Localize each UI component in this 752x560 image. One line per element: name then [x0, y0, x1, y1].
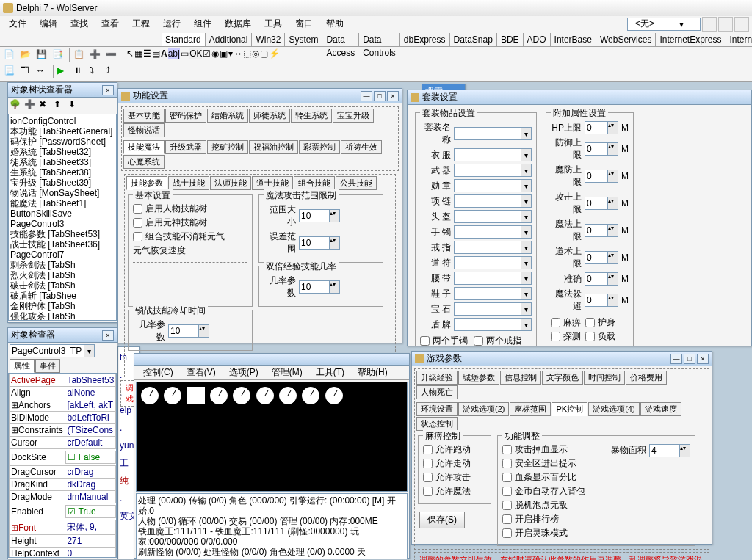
layout-combo[interactable]: <无>▾ — [627, 18, 701, 31]
tb-new[interactable]: 📄 — [3, 48, 18, 63]
timer-icon[interactable] — [141, 387, 159, 404]
suit-combo[interactable]: ▾ — [454, 287, 532, 300]
suit-combo[interactable]: ▾ — [454, 272, 532, 285]
tab[interactable]: 价格费用 — [626, 371, 667, 385]
game-close-icon[interactable]: × — [697, 354, 709, 364]
tree-node[interactable]: 能魔法 [TabSheet1] — [10, 198, 115, 208]
prop-row[interactable]: Enabled☑ True — [10, 503, 116, 520]
tab-datasnap[interactable]: DataSnap — [450, 33, 497, 46]
func-min-icon[interactable]: — — [361, 91, 372, 101]
menu-tools[interactable]: 工具 — [258, 16, 288, 32]
menu-help[interactable]: 帮助 — [320, 16, 350, 32]
menu-file[interactable]: 文件 — [3, 16, 32, 32]
tab[interactable]: 公共技能 — [336, 176, 377, 190]
suit-combo[interactable]: ▾ — [454, 210, 532, 223]
menu-component[interactable]: 组件 — [188, 16, 217, 32]
chk-func-2[interactable]: 血条显示百分比 — [502, 471, 610, 484]
chk-para-walk[interactable]: 允许走动 — [423, 457, 486, 470]
tab-dbexpress[interactable]: dbExpress — [400, 33, 450, 46]
tab-additional[interactable]: Additional — [206, 33, 253, 46]
prop-row[interactable]: DragModedmManual — [10, 491, 116, 503]
func-max-icon[interactable]: □ — [374, 91, 386, 101]
tree-node[interactable]: 刺杀剑法 [TabSh — [10, 260, 115, 270]
timer-icon[interactable] — [256, 387, 274, 404]
tab-webservices[interactable]: WebServices — [596, 33, 656, 46]
tab[interactable]: 道士技能 — [252, 176, 293, 190]
spin-exp-rate[interactable]: ▴▾ — [299, 280, 340, 294]
menu-run[interactable]: 运行 — [157, 16, 187, 32]
palette-groupbox[interactable]: ⬚ — [243, 48, 251, 59]
dbg-menu-help[interactable]: 帮助(H) — [352, 365, 394, 380]
palette-cursor[interactable]: ↖ — [126, 48, 134, 59]
tree-node[interactable]: ButtonSkillSave — [10, 208, 115, 219]
palette-memo[interactable]: ▭ — [181, 48, 189, 59]
dbg-menu-ctrl[interactable]: 控制(C) — [137, 365, 179, 380]
tab-bde[interactable]: BDE — [497, 33, 524, 46]
timer-icon[interactable] — [164, 387, 181, 404]
spin-cooldown[interactable]: ▴▾ — [168, 324, 209, 338]
tab[interactable]: 技能魔法 — [123, 140, 164, 154]
chk-func-0[interactable]: 攻击掉血显示 — [502, 443, 610, 456]
tb-open[interactable]: 📂 — [19, 48, 34, 63]
attr-spin[interactable]: ▴▾ — [585, 251, 618, 264]
menu-view[interactable]: 查看 — [95, 16, 125, 32]
menu-find[interactable]: 查找 — [65, 16, 94, 32]
tree-node[interactable]: 技能参数 [TabSheet53] — [10, 229, 115, 239]
chk-load[interactable]: 负载 — [585, 330, 615, 343]
tree-node[interactable]: ionConfigControl — [10, 116, 115, 126]
prop-row[interactable]: CursorcrDefault — [10, 437, 116, 449]
tb-saveall[interactable]: 📑 — [51, 48, 66, 63]
attr-spin[interactable]: ▴▾ — [585, 197, 618, 210]
toolbar-btn-2[interactable] — [718, 17, 733, 32]
tree-node[interactable]: 烈火剑法 [TabSh — [10, 270, 115, 280]
tb-remove[interactable]: ➖ — [105, 48, 120, 63]
tree-node[interactable]: 破击剑法 [TabSh — [10, 280, 115, 291]
chk-person-tree[interactable]: 启用人物技能树 — [133, 203, 247, 215]
palette-edit[interactable]: ab| — [168, 48, 180, 59]
tree-tb2[interactable]: ➕ — [24, 99, 37, 112]
tab[interactable]: 城堡参数 — [458, 371, 499, 385]
tab[interactable]: 师徒系统 — [249, 109, 290, 123]
func-close-icon[interactable]: × — [387, 91, 399, 101]
toolbar-btn-3[interactable] — [734, 17, 749, 32]
game-max-icon[interactable]: □ — [684, 354, 695, 364]
tab[interactable]: 时间控制 — [584, 371, 625, 385]
attr-spin[interactable]: ▴▾ — [585, 170, 618, 183]
attr-spin[interactable]: ▴▾ — [585, 121, 618, 134]
timer-icon[interactable] — [302, 387, 319, 404]
spin-drop-area[interactable]: ▴▾ — [649, 444, 690, 457]
tb-viewform[interactable]: 🗔 — [19, 65, 34, 79]
chk-two-rings[interactable]: 两个戒指 — [474, 335, 521, 346]
timer-icon[interactable] — [325, 387, 343, 404]
tab[interactable]: 技能参数 — [126, 176, 167, 190]
tab[interactable]: 座标范围 — [510, 402, 551, 416]
tree-node[interactable]: 徒系统 [TabSheet33] — [10, 157, 115, 167]
tab[interactable]: 状态控制 — [416, 417, 458, 431]
tab[interactable]: 心魔系统 — [123, 155, 164, 169]
tab[interactable]: 游戏选项(4) — [588, 402, 639, 416]
attr-spin[interactable]: ▴▾ — [585, 272, 618, 286]
chk-protect[interactable]: 护身 — [585, 316, 615, 329]
palette-radio[interactable]: ◉ — [212, 48, 219, 59]
tree-node[interactable]: 生系统 [TabSheet38] — [10, 167, 115, 178]
suit-combo[interactable]: ▾ — [454, 194, 532, 208]
prop-row[interactable]: ⊞Font宋体, 9, — [10, 520, 116, 535]
dbg-menu-mgr[interactable]: 管理(M) — [266, 365, 308, 380]
dbg-menu-view[interactable]: 查看(V) — [181, 365, 222, 380]
inspector-tab-props[interactable]: 属性 — [10, 359, 35, 373]
chk-func-4[interactable]: 脱机泡点无敌 — [502, 499, 610, 512]
tb-run[interactable]: ▶ — [57, 65, 71, 79]
chk-combo-nocost[interactable]: 组合技能不消耗元气 — [133, 230, 247, 243]
tab[interactable]: 基本功能 — [123, 109, 164, 123]
tree-tb3[interactable]: ✖ — [39, 99, 52, 112]
tab-interbase[interactable]: InterBase — [551, 33, 596, 46]
menu-project[interactable]: 工程 — [126, 16, 156, 32]
tab[interactable]: 祝福油控制 — [249, 140, 298, 154]
tab[interactable]: 游戏选项(2) — [458, 402, 509, 416]
prop-row[interactable]: HelpContext0 — [10, 548, 116, 559]
palette-radiogroup[interactable]: ◎ — [252, 48, 259, 59]
tree-tb1[interactable]: 🌳 — [10, 99, 23, 112]
chk-para-attack[interactable]: 允许攻击 — [423, 471, 486, 484]
suit-combo[interactable]: ▾ — [454, 241, 532, 254]
tree-close-icon[interactable]: × — [102, 85, 114, 95]
